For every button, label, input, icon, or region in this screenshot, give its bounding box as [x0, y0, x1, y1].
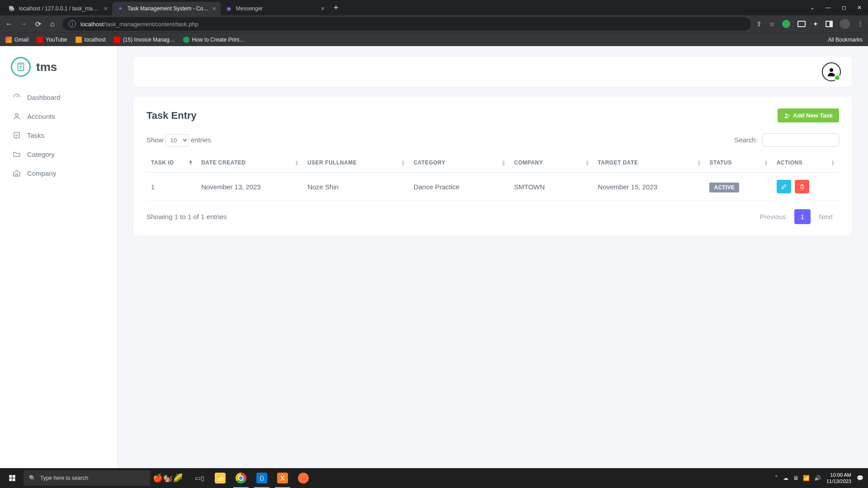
add-new-task-button[interactable]: Add New Task — [778, 108, 839, 122]
task-view-button[interactable]: ▭▯ — [189, 468, 210, 488]
profile-avatar[interactable] — [840, 19, 850, 29]
close-icon[interactable]: × — [212, 5, 216, 12]
cell-category: Dance Practice — [409, 173, 509, 201]
notifications-icon[interactable]: 💬 — [857, 475, 863, 481]
browser-tab-active[interactable]: ✦ Task Management System - Con… × — [112, 2, 221, 15]
gauge-icon — [13, 93, 21, 101]
col-date-created[interactable]: DATE CREATED▲▼ — [197, 153, 303, 173]
col-target-date[interactable]: TARGET DATE▲▼ — [593, 153, 705, 173]
bookmark-star-icon[interactable]: ☆ — [769, 20, 775, 28]
entries-length: Show 10 entries — [146, 134, 211, 146]
bookmark-invoice[interactable]: (15) Invoice Manag… — [114, 37, 175, 43]
bookmark-print[interactable]: How to Create Print… — [183, 37, 245, 43]
task-table: TASK ID▲▼ DATE CREATED▲▼ USER FULLNAME▲▼… — [146, 153, 839, 201]
xampp-app[interactable]: X — [272, 468, 293, 488]
cell-status: ACTIVE — [705, 173, 772, 201]
side-panel-icon[interactable] — [826, 21, 833, 27]
topbar — [134, 57, 852, 87]
extension-icon[interactable] — [782, 20, 790, 28]
onedrive-icon[interactable]: ☁ — [783, 475, 788, 481]
volume-icon[interactable]: 🔊 — [814, 475, 821, 481]
taskbar-search[interactable]: 🔍 Type here to search — [24, 470, 150, 486]
back-button[interactable]: ← — [5, 20, 14, 28]
svg-rect-2 — [14, 132, 19, 138]
close-icon[interactable]: × — [104, 5, 108, 12]
taskbar-news-widget[interactable]: 🍎🐿️🌽 — [150, 473, 185, 483]
all-bookmarks-button[interactable]: All Bookmarks — [825, 37, 863, 43]
site-info-icon[interactable]: i — [69, 20, 76, 28]
taskbar-clock[interactable]: 10:00 AM 11/13/2023 — [826, 472, 851, 484]
brand[interactable]: tms — [0, 52, 117, 88]
browser-tab[interactable]: 🐘 localhost / 127.0.0.1 / task_man… × — [4, 2, 112, 15]
cell-company: SMTOWN — [509, 173, 593, 201]
extensions-puzzle-icon[interactable]: ✦ — [813, 20, 818, 28]
search-icon: 🔍 — [29, 475, 36, 481]
close-window-icon[interactable]: ✕ — [857, 5, 862, 11]
entries-length-select[interactable]: 10 — [165, 134, 189, 146]
svg-rect-7 — [9, 479, 12, 481]
sidebar-item-company[interactable]: Company — [0, 164, 117, 183]
sidebar-item-category[interactable]: Category — [0, 145, 117, 164]
folder-icon — [13, 150, 21, 158]
cell-id: 1 — [146, 173, 197, 201]
col-user-fullname[interactable]: USER FULLNAME▲▼ — [303, 153, 409, 173]
youtube-icon — [37, 37, 43, 43]
col-task-id[interactable]: TASK ID▲▼ — [146, 153, 197, 173]
table-info: Showing 1 to 1 of 1 entries — [146, 213, 227, 221]
search-input[interactable] — [762, 133, 839, 147]
table-search: Search: — [734, 133, 839, 147]
pager-previous[interactable]: Previous — [753, 209, 792, 224]
sidebar-item-tasks[interactable]: Tasks — [0, 126, 117, 145]
sidebar-item-dashboard[interactable]: Dashboard — [0, 88, 117, 107]
kebab-menu-icon[interactable]: ⋮ — [857, 20, 863, 28]
delete-button[interactable] — [795, 180, 809, 193]
forward-button[interactable]: → — [19, 20, 28, 28]
close-icon[interactable]: × — [321, 5, 325, 12]
globe-icon — [183, 37, 189, 43]
minimize-icon[interactable]: — — [826, 5, 831, 11]
user-avatar[interactable] — [822, 62, 841, 81]
col-category[interactable]: CATEGORY▲▼ — [409, 153, 509, 173]
gmail-icon — [5, 37, 12, 43]
browser-tab[interactable]: ◉ Messenger × — [221, 2, 329, 15]
sidebar-item-accounts[interactable]: Accounts — [0, 107, 117, 126]
wifi-icon[interactable]: 📶 — [803, 475, 810, 481]
start-button[interactable] — [2, 468, 23, 488]
building-icon — [13, 169, 21, 177]
col-company[interactable]: COMPANY▲▼ — [509, 153, 593, 173]
pager-page-1[interactable]: 1 — [794, 209, 811, 224]
new-tab-button[interactable]: + — [329, 3, 343, 13]
svg-point-4 — [785, 113, 788, 116]
tab-title: localhost / 127.0.0.1 / task_man… — [19, 5, 100, 12]
vscode-app[interactable]: ⟨⟩ — [251, 468, 272, 488]
svg-point-1 — [15, 113, 18, 116]
edit-button[interactable] — [777, 180, 791, 193]
bookmark-gmail[interactable]: Gmail — [5, 37, 28, 43]
network-icon[interactable]: 🖥 — [793, 475, 798, 481]
chrome-caret-icon[interactable]: ⌄ — [810, 5, 815, 11]
user-plus-icon — [784, 113, 790, 119]
share-icon[interactable]: ⇪ — [756, 20, 762, 28]
maximize-icon[interactable]: ◻ — [842, 5, 846, 11]
pager-next[interactable]: Next — [812, 209, 839, 224]
postman-app[interactable] — [293, 468, 314, 488]
col-status[interactable]: STATUS▲▼ — [705, 153, 772, 173]
chrome-icon — [236, 473, 246, 483]
cast-icon[interactable] — [797, 21, 806, 27]
bookmark-localhost[interactable]: localhost — [75, 37, 106, 43]
sidebar: tms Dashboard Accounts Tasks Category Co… — [0, 46, 118, 468]
col-actions[interactable]: ACTIONS▲▼ — [772, 153, 839, 173]
bookmark-youtube[interactable]: YouTube — [37, 37, 67, 43]
tray-chevron-icon[interactable]: ˄ — [775, 475, 778, 481]
trash-icon — [799, 183, 805, 190]
file-explorer-app[interactable]: 📁 — [210, 468, 231, 488]
reload-button[interactable]: ⟳ — [33, 20, 42, 28]
brand-logo-icon — [11, 57, 31, 77]
url-host: localhost — [80, 21, 104, 28]
postman-icon — [298, 473, 309, 483]
address-bar[interactable]: i localhost/task_management/content/task… — [62, 17, 751, 31]
home-button[interactable]: ⌂ — [48, 20, 57, 28]
youtube-icon — [114, 37, 120, 43]
folder-icon: 📁 — [215, 473, 226, 483]
chrome-app[interactable] — [231, 468, 251, 488]
